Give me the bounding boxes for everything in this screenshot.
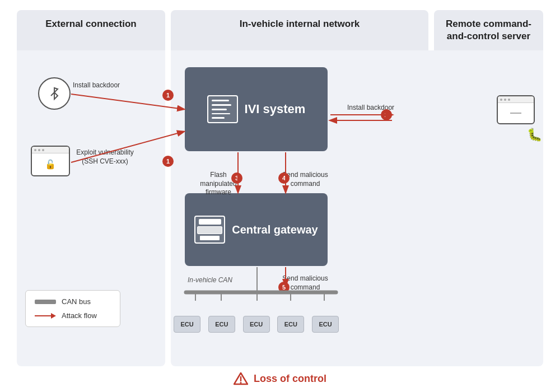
- diagram-area: 🔓 IVI system Central gateway: [0, 50, 560, 366]
- header-external: External connection: [17, 10, 165, 50]
- columns-header: External connection In-vehicle internal …: [0, 0, 560, 50]
- ecu-5: ECU: [312, 316, 339, 333]
- central-gateway-label: Central gateway: [232, 223, 318, 236]
- label-install-backdoor-1: Install backdoor: [73, 81, 120, 90]
- label-exploit: Exploit vulnerability (SSH CVE-xxx): [73, 148, 137, 166]
- legend-box: CAN bus Attack flow: [25, 290, 120, 327]
- ecu-3: ECU: [243, 316, 270, 333]
- ssh-browser-icon: 🔓: [31, 146, 70, 176]
- gateway-device-icon: [194, 216, 225, 244]
- ecu-2: ECU: [208, 316, 235, 333]
- ecu-4: ECU: [277, 316, 304, 333]
- can-bus-line-sample: [35, 300, 56, 304]
- ecu-1: ECU: [174, 316, 200, 333]
- warning-icon: [234, 372, 248, 385]
- remote-server-icon: [497, 95, 535, 124]
- central-gateway-box: Central gateway: [185, 193, 328, 266]
- ecu-row: ECU ECU ECU ECU ECU: [174, 316, 339, 333]
- bug-icon: 🐛: [527, 128, 542, 142]
- svg-point-19: [240, 382, 242, 384]
- ivi-system-label: IVI system: [245, 102, 306, 116]
- legend-can-bus: CAN bus: [35, 297, 111, 306]
- legend-can-label: CAN bus: [62, 297, 91, 306]
- lock-icon: 🔓: [45, 159, 56, 170]
- main-container: External connection In-vehicle internal …: [0, 0, 560, 392]
- loss-control-text: Loss of control: [254, 373, 326, 385]
- in-vehicle-can-label: In-vehicle CAN: [188, 276, 232, 284]
- legend-attack-flow: Attack flow: [35, 311, 111, 320]
- header-internal: In-vehicle internal network: [171, 10, 428, 50]
- bluetooth-icon: [38, 77, 71, 110]
- ivi-system-box: IVI system: [185, 67, 328, 151]
- ivi-monitor-icon: [207, 95, 238, 123]
- footer-loss-control: Loss of control: [0, 366, 560, 392]
- legend-attack-label: Attack flow: [62, 311, 97, 320]
- header-remote: Remote command-and-control server: [434, 10, 543, 50]
